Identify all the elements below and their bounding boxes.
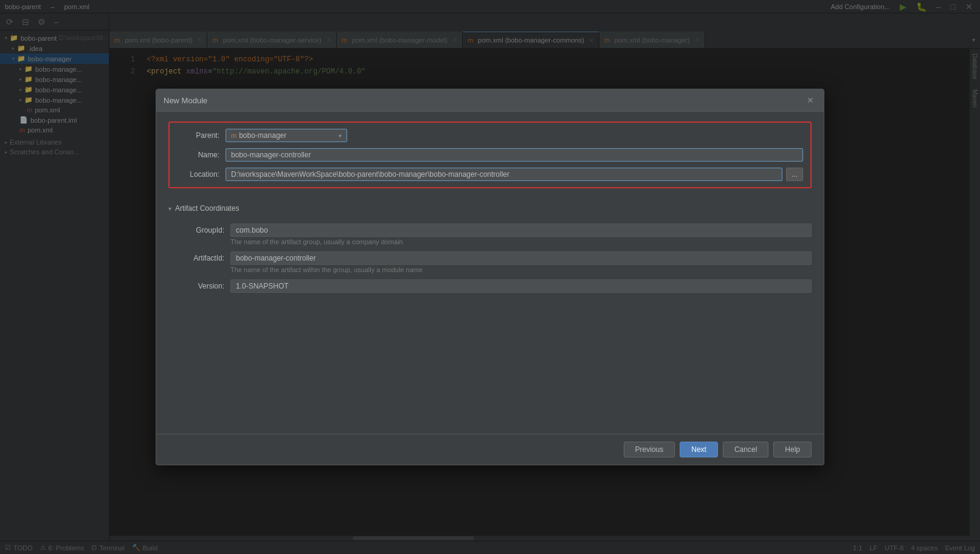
name-label: Name: — [177, 151, 219, 159]
modal-body: Parent: m bobo-manager ▾ Name: — [156, 112, 824, 434]
version-input-wrap — [230, 279, 812, 293]
dialog-close-button[interactable]: ✕ — [804, 94, 816, 106]
version-row: Version: — [176, 279, 812, 293]
highlighted-section: Parent: m bobo-manager ▾ Name: — [168, 121, 812, 188]
groupid-hint: The name of the artifact group, usually … — [230, 238, 812, 245]
dropdown-arrow-icon: ▾ — [339, 132, 342, 139]
version-input[interactable] — [230, 279, 812, 293]
location-input-group: ... — [226, 168, 803, 181]
new-module-dialog: New Module ✕ Parent: m bobo-manager ▾ — [156, 89, 824, 465]
name-row: Name: — [177, 148, 803, 162]
ide-background: bobo-parent – pom.xml Add Configuration.… — [0, 0, 980, 554]
name-input[interactable] — [226, 148, 803, 162]
artifactid-label: ArtifactId: — [176, 251, 224, 262]
section-collapse-toggle[interactable]: ▾ — [168, 205, 171, 212]
artifactid-input[interactable] — [230, 251, 812, 265]
parent-label: Parent: — [177, 131, 219, 140]
artifactid-hint: The name of the artifact within the grou… — [230, 266, 812, 273]
modal-footer: Previous Next Cancel Help — [156, 434, 824, 465]
location-label: Location: — [177, 170, 219, 179]
maven-prefix-icon: m — [231, 132, 236, 139]
artifactid-row: ArtifactId: The name of the artifact wit… — [176, 251, 812, 273]
artifact-section-header: ▾ Artifact Coordinates — [168, 204, 812, 213]
next-button[interactable]: Next — [680, 442, 718, 457]
version-label: Version: — [176, 279, 224, 290]
help-button[interactable]: Help — [773, 442, 812, 457]
artifactid-input-wrap: The name of the artifact within the grou… — [230, 251, 812, 273]
dialog-title: New Module — [164, 96, 804, 105]
groupid-input-wrap: The name of the artifact group, usually … — [230, 224, 812, 245]
modal-overlay: New Module ✕ Parent: m bobo-manager ▾ — [0, 0, 980, 554]
parent-row: Parent: m bobo-manager ▾ — [177, 129, 803, 142]
modal-header: New Module ✕ — [156, 89, 824, 112]
groupid-label: GroupId: — [176, 224, 224, 234]
parent-dropdown[interactable]: m bobo-manager ▾ — [226, 129, 347, 142]
artifact-section-title: Artifact Coordinates — [175, 204, 239, 213]
browse-button[interactable]: ... — [786, 168, 803, 181]
location-input[interactable] — [226, 168, 782, 181]
location-row: Location: ... — [177, 168, 803, 181]
groupid-row: GroupId: The name of the artifact group,… — [176, 224, 812, 245]
parent-dropdown-value: bobo-manager — [239, 131, 339, 140]
previous-button[interactable]: Previous — [624, 442, 675, 457]
cancel-button[interactable]: Cancel — [723, 442, 768, 457]
groupid-input[interactable] — [230, 224, 812, 237]
artifact-section: GroupId: The name of the artifact group,… — [168, 224, 812, 296]
